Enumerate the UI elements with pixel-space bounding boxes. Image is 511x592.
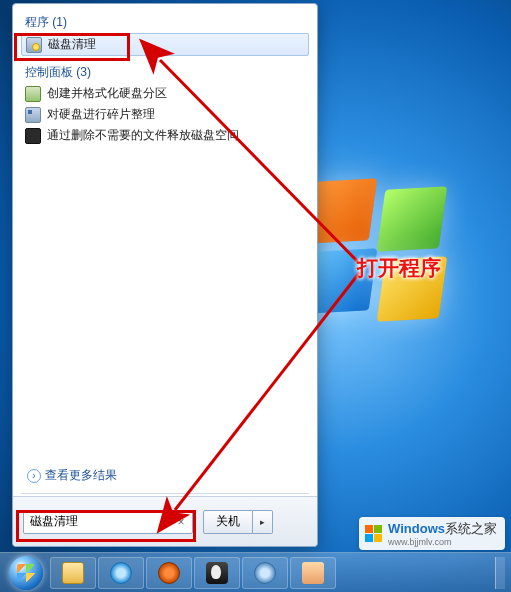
see-more-label: 查看更多结果 bbox=[45, 467, 117, 484]
system-tray bbox=[495, 557, 507, 589]
start-orb-icon bbox=[9, 556, 43, 590]
compass-icon bbox=[254, 562, 276, 584]
user-icon bbox=[302, 562, 324, 584]
search-input[interactable] bbox=[23, 510, 193, 534]
partition-icon bbox=[25, 86, 41, 102]
taskbar-media[interactable] bbox=[146, 557, 192, 589]
result-label: 创建并格式化硬盘分区 bbox=[47, 85, 167, 102]
watermark: Windows系统之家 www.bjjmlv.com bbox=[359, 517, 505, 550]
result-disk-cleanup[interactable]: 磁盘清理 bbox=[21, 33, 309, 56]
annotation-text-open-program: 打开程序 bbox=[357, 254, 441, 282]
watermark-site: 系统之家 bbox=[445, 521, 497, 536]
taskbar bbox=[0, 552, 511, 592]
search-wrapper: × bbox=[23, 510, 193, 534]
watermark-windows-icon bbox=[365, 525, 383, 543]
shutdown-group: 关机 ▸ bbox=[203, 510, 273, 534]
taskbar-user-app[interactable] bbox=[290, 557, 336, 589]
start-menu-footer: × 关机 ▸ bbox=[13, 496, 317, 546]
start-menu-panel: 程序 (1) 磁盘清理 控制面板 (3) 创建并格式化硬盘分区 对硬盘进行碎片整… bbox=[12, 3, 318, 547]
ie-icon bbox=[110, 562, 132, 584]
defrag-icon bbox=[25, 107, 41, 123]
penguin-icon bbox=[206, 562, 228, 584]
taskbar-ie[interactable] bbox=[98, 557, 144, 589]
result-defrag[interactable]: 对硬盘进行碎片整理 bbox=[21, 104, 309, 125]
result-label: 对硬盘进行碎片整理 bbox=[47, 106, 155, 123]
result-free-space[interactable]: 通过删除不需要的文件释放磁盘空间 bbox=[21, 125, 309, 146]
programs-section-header: 程序 (1) bbox=[25, 14, 309, 31]
media-icon bbox=[158, 562, 180, 584]
watermark-url: www.bjjmlv.com bbox=[388, 538, 497, 547]
footer-divider bbox=[21, 493, 309, 494]
windows-logo-wallpaper bbox=[311, 180, 451, 320]
control-panel-section-header: 控制面板 (3) bbox=[25, 64, 309, 81]
free-space-icon bbox=[25, 128, 41, 144]
result-label: 磁盘清理 bbox=[48, 36, 96, 53]
show-desktop-button[interactable] bbox=[495, 557, 505, 589]
disk-cleanup-icon bbox=[26, 37, 42, 53]
start-button[interactable] bbox=[4, 557, 48, 589]
see-more-arrow-icon: › bbox=[27, 469, 41, 483]
shutdown-dropdown-button[interactable]: ▸ bbox=[253, 510, 273, 534]
folder-icon bbox=[62, 562, 84, 584]
watermark-brand: Windows bbox=[388, 521, 445, 536]
search-clear-button[interactable]: × bbox=[173, 514, 189, 530]
see-more-results-link[interactable]: › 查看更多结果 bbox=[27, 467, 117, 484]
taskbar-browser[interactable] bbox=[242, 557, 288, 589]
taskbar-qq[interactable] bbox=[194, 557, 240, 589]
result-label: 通过删除不需要的文件释放磁盘空间 bbox=[47, 127, 239, 144]
result-create-partition[interactable]: 创建并格式化硬盘分区 bbox=[21, 83, 309, 104]
shutdown-button[interactable]: 关机 bbox=[203, 510, 253, 534]
taskbar-explorer[interactable] bbox=[50, 557, 96, 589]
